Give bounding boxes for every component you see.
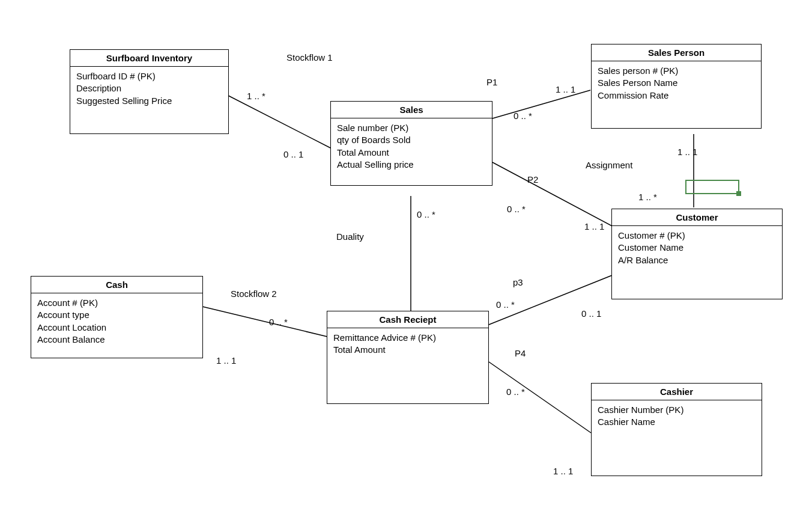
mult: 1 .. 1 (677, 147, 697, 157)
entity-attributes: Remittance Advice # (PK) Total Amount (327, 328, 488, 403)
mult: 1 .. 1 (584, 221, 604, 231)
label-stockflow1: Stockflow 1 (286, 52, 333, 63)
entity-title: Sales Person (592, 44, 761, 61)
mult: 1 .. 1 (556, 84, 575, 94)
entity-attributes: Sales person # (PK) Sales Person Name Co… (592, 61, 761, 128)
entity-title: Sales (331, 102, 492, 118)
entity-sales: Sales Sale number (PK) qty of Boards Sol… (330, 101, 492, 186)
entity-surfboard-inventory: Surfboard Inventory Surfboard ID # (PK) … (70, 49, 229, 134)
mult: 1 .. * (247, 91, 265, 101)
svg-line-4 (202, 307, 327, 337)
entity-cash-receipt: Cash Reciept Remittance Advice # (PK) To… (327, 311, 489, 404)
entity-cashier: Cashier Cashier Number (PK) Cashier Name (591, 383, 762, 476)
mult: 0 .. 1 (283, 149, 303, 159)
svg-line-2 (492, 162, 612, 226)
entity-cash: Cash Account # (PK) Account type Account… (31, 276, 203, 358)
entity-title: Customer (612, 209, 782, 226)
mult: 0 .. * (507, 204, 526, 214)
mult: 0 .. * (496, 299, 515, 310)
mult: 0 .. * (269, 317, 288, 327)
label-stockflow2: Stockflow 2 (231, 289, 277, 299)
label-p4: P4 (515, 348, 526, 358)
entity-customer: Customer Customer # (PK) Customer Name A… (611, 209, 783, 299)
label-p2: P2 (527, 174, 538, 185)
entity-title: Cash Reciept (327, 311, 488, 328)
entity-title: Cash (31, 277, 202, 293)
mult: 1 .. 1 (553, 466, 573, 476)
entity-attributes: Cashier Number (PK) Cashier Name (592, 400, 762, 476)
resize-handle[interactable] (736, 191, 741, 196)
svg-line-0 (228, 96, 332, 148)
label-assignment: Assignment (586, 160, 632, 170)
mult: 1 .. * (638, 192, 657, 202)
diagram-canvas: Surfboard Inventory Surfboard ID # (PK) … (0, 0, 812, 517)
entity-attributes: Account # (PK) Account type Account Loca… (31, 293, 202, 358)
entity-attributes: Surfboard ID # (PK) Description Suggeste… (70, 67, 228, 133)
svg-line-1 (492, 90, 590, 118)
entity-attributes: Sale number (PK) qty of Boards Sold Tota… (331, 118, 492, 185)
label-p3: p3 (513, 277, 523, 287)
entity-title: Cashier (592, 384, 762, 400)
selection-box[interactable] (685, 180, 739, 194)
mult: 0 .. * (506, 387, 525, 397)
entity-sales-person: Sales Person Sales person # (PK) Sales P… (591, 44, 762, 129)
label-duality: Duality (336, 231, 364, 242)
mult: 0 .. 1 (581, 308, 601, 319)
mult: 1 .. 1 (216, 355, 236, 366)
entity-title: Surfboard Inventory (70, 50, 228, 67)
svg-line-6 (489, 362, 591, 433)
label-p1: P1 (486, 77, 497, 87)
entity-attributes: Customer # (PK) Customer Name A/R Balanc… (612, 226, 782, 299)
mult: 0 .. * (514, 111, 532, 121)
mult: 0 .. * (417, 209, 435, 219)
